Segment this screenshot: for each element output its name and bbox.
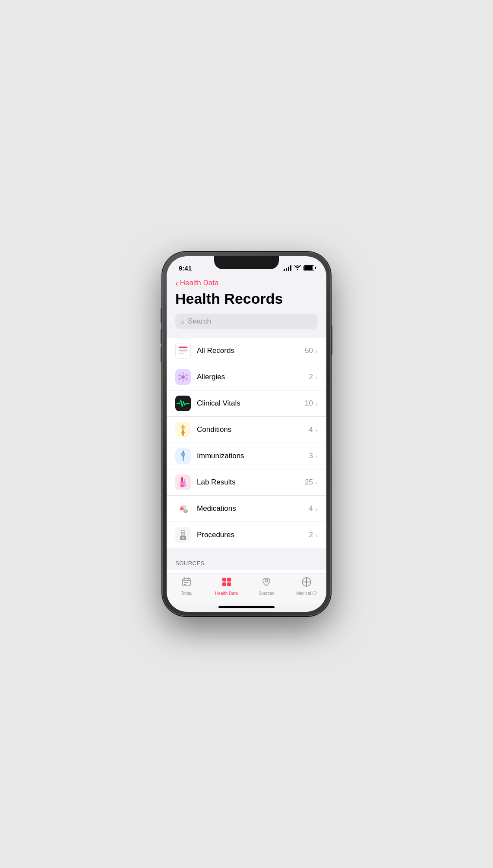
svg-point-34 (184, 510, 187, 513)
svg-rect-5 (179, 353, 184, 354)
category-count: 3 (309, 452, 313, 460)
notch (214, 256, 279, 269)
svg-point-7 (181, 375, 185, 379)
category-label: Medications (197, 504, 309, 513)
svg-rect-21 (181, 453, 185, 456)
category-label: Allergies (197, 373, 309, 381)
search-placeholder: Search (188, 317, 211, 326)
svg-point-10 (179, 378, 181, 380)
back-nav[interactable]: ‹ Health Data (167, 275, 326, 289)
chevron-right-icon: › (316, 479, 318, 486)
svg-rect-3 (179, 350, 188, 351)
svg-rect-37 (182, 531, 184, 532)
svg-rect-50 (222, 578, 226, 582)
phone-screen: 9:41 (167, 256, 326, 612)
category-label: Clinical Vitals (197, 399, 305, 408)
svg-rect-20 (183, 456, 184, 461)
health-data-icon (221, 577, 232, 590)
chevron-right-icon: › (316, 426, 318, 434)
svg-rect-47 (184, 582, 186, 583)
immunizations-icon (175, 448, 191, 464)
list-item[interactable]: Procedures 2 › (167, 522, 326, 548)
category-count: 4 (309, 504, 313, 513)
tab-health-data-label: Health Data (215, 591, 238, 596)
battery-icon (303, 265, 314, 271)
category-count: 10 (305, 399, 313, 408)
category-label: Immunizations (197, 452, 309, 460)
signal-bars-icon (284, 265, 291, 271)
medical-id-icon (301, 577, 312, 590)
tab-today-label: Today (181, 591, 193, 596)
today-icon (181, 577, 192, 590)
conditions-icon (175, 422, 191, 437)
svg-rect-48 (186, 582, 188, 583)
svg-rect-53 (227, 582, 231, 586)
wifi-icon (294, 265, 301, 271)
list-item[interactable]: P Penick Medical Center My Patient Porta… (167, 570, 326, 573)
chevron-right-icon: › (316, 374, 318, 381)
chevron-right-icon: › (316, 453, 318, 460)
procedures-icon (175, 527, 191, 543)
tab-sources[interactable]: Sources (246, 577, 287, 596)
category-count: 2 (309, 373, 313, 381)
main-content: ‹ Health Data Health Records ⌕ Search (167, 275, 326, 573)
category-label: Procedures (197, 531, 309, 539)
medications-icon (175, 501, 191, 516)
allergies-icon (175, 369, 191, 385)
svg-rect-4 (179, 352, 188, 352)
category-label: Lab Results (197, 478, 305, 487)
svg-point-54 (265, 579, 268, 582)
tab-health-data[interactable]: Health Data (207, 577, 247, 596)
category-count: 2 (309, 531, 313, 539)
svg-rect-51 (227, 578, 231, 582)
sources-icon (261, 577, 272, 590)
categories-list: All Records 50 › (167, 338, 326, 548)
phone-frame: 9:41 (162, 252, 331, 616)
list-item[interactable]: Allergies 2 › (167, 364, 326, 390)
list-item[interactable]: Conditions 4 › (167, 417, 326, 443)
list-item[interactable]: Immunizations 3 › (167, 443, 326, 469)
svg-rect-52 (222, 582, 226, 586)
category-label: Conditions (197, 425, 309, 434)
svg-point-13 (182, 380, 184, 382)
svg-rect-38 (182, 533, 184, 534)
list-item[interactable]: Medications 4 › (167, 496, 326, 522)
sources-list: P Penick Medical Center My Patient Porta… (167, 570, 326, 573)
category-count: 25 (305, 478, 313, 487)
status-time: 9:41 (179, 264, 192, 272)
list-item[interactable]: All Records 50 › (167, 338, 326, 364)
tab-today[interactable]: Today (167, 577, 207, 596)
sources-section-header: SOURCES (167, 548, 326, 570)
svg-rect-2 (179, 349, 188, 349)
svg-point-11 (186, 378, 188, 380)
page-title: Health Records (167, 289, 326, 314)
category-count: 50 (305, 346, 313, 355)
tab-medical-id[interactable]: Medical ID (287, 577, 327, 596)
svg-point-28 (180, 484, 184, 487)
chevron-right-icon: › (316, 505, 318, 513)
svg-point-8 (179, 374, 181, 377)
lab-results-icon (175, 475, 191, 490)
clinical-vitals-icon (175, 396, 191, 411)
all-records-icon (175, 343, 191, 359)
back-chevron-icon: ‹ (175, 279, 178, 287)
chevron-right-icon: › (316, 531, 318, 539)
chevron-right-icon: › (316, 400, 318, 407)
search-bar[interactable]: ⌕ Search (175, 314, 318, 329)
back-label: Health Data (180, 279, 219, 287)
list-item[interactable]: Lab Results 25 › (167, 469, 326, 496)
category-count: 4 (309, 425, 313, 434)
tab-bar: Today Health Data (167, 573, 326, 604)
category-label: All Records (197, 346, 305, 355)
tab-sources-label: Sources (259, 591, 275, 596)
svg-point-9 (186, 374, 188, 377)
svg-rect-1 (179, 347, 188, 348)
list-item[interactable]: Clinical Vitals 10 › (167, 390, 326, 417)
chevron-right-icon: › (316, 347, 318, 355)
tab-medical-id-label: Medical ID (296, 591, 316, 596)
svg-point-12 (182, 372, 184, 374)
status-icons (284, 265, 314, 271)
back-button[interactable]: ‹ Health Data (175, 279, 218, 287)
home-indicator (218, 606, 275, 608)
svg-rect-49 (184, 584, 186, 585)
